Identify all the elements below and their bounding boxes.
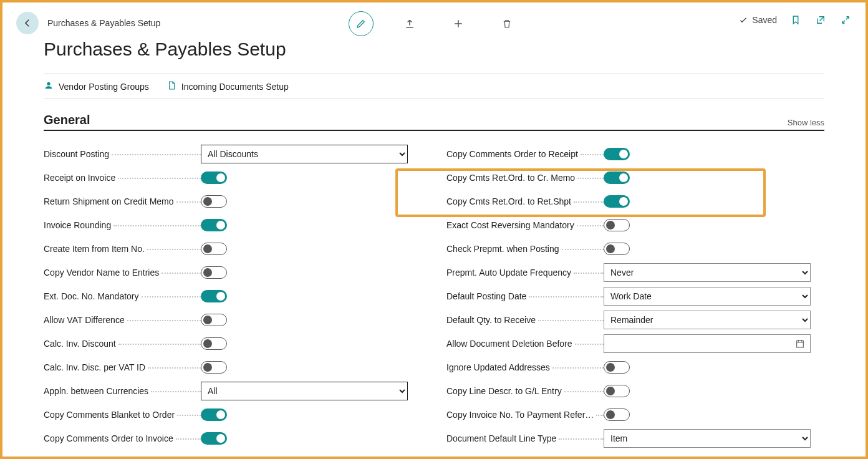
show-less-link[interactable]: Show less	[788, 118, 824, 127]
collapse-icon	[840, 14, 851, 26]
form-row: Copy Cmts Ret.Ord. to Ret.Shpt	[446, 190, 824, 213]
form-row: Calc. Inv. Disc. per VAT ID	[44, 355, 422, 379]
field-label: Prepmt. Auto Update Frequency	[446, 268, 571, 278]
select-field[interactable]: All	[201, 382, 408, 400]
toggle-switch[interactable]	[604, 195, 630, 208]
toggle-switch[interactable]	[201, 432, 227, 445]
form-row: Default Qty. to ReceiveRemainder	[446, 308, 824, 332]
field-label-wrap: Copy Line Descr. to G/L Entry	[446, 386, 604, 396]
delete-button[interactable]	[494, 11, 519, 36]
field-control	[201, 337, 408, 350]
saved-text: Saved	[752, 15, 777, 25]
field-label-wrap: Discount Posting	[44, 149, 201, 159]
edit-button[interactable]	[349, 11, 374, 36]
bookmark-button[interactable]	[789, 14, 802, 26]
select-field[interactable]: Item	[604, 429, 811, 448]
field-label: Ext. Doc. No. Mandatory	[44, 291, 139, 301]
select-field[interactable]: Work Date	[604, 287, 811, 306]
field-label-wrap: Copy Comments Order to Receipt	[446, 149, 604, 159]
label-dots	[147, 244, 201, 253]
field-control	[604, 172, 811, 184]
incoming-documents-setup-link[interactable]: Incoming Documents Setup	[166, 80, 289, 92]
vendor-posting-groups-link[interactable]: Vendor Posting Groups	[44, 80, 149, 92]
share-button[interactable]	[397, 11, 422, 36]
label-dots	[176, 434, 201, 443]
toggle-knob	[606, 410, 615, 419]
toggle-switch[interactable]	[201, 290, 227, 302]
field-control: All	[201, 382, 408, 400]
toggle-switch[interactable]	[201, 172, 227, 184]
form-row: Calc. Inv. Discount	[44, 332, 422, 355]
toggle-knob	[606, 387, 615, 395]
label-dots	[581, 150, 604, 158]
field-control	[604, 408, 811, 421]
section-title: General	[44, 113, 90, 127]
toggle-switch[interactable]	[604, 385, 630, 397]
label-dots	[148, 363, 201, 372]
toggle-knob	[216, 221, 225, 230]
field-control	[604, 334, 811, 353]
label-dots	[113, 221, 201, 230]
form-row: Return Shipment on Credit Memo	[44, 190, 422, 213]
form-row: Invoice Rounding	[44, 213, 422, 237]
form-row: Discount PostingAll Discounts	[44, 142, 422, 166]
field-label-wrap: Copy Comments Blanket to Order	[44, 410, 201, 420]
toggle-switch[interactable]	[604, 172, 630, 184]
toggle-switch[interactable]	[201, 361, 227, 374]
field-label-wrap: Ext. Doc. No. Mandatory	[44, 291, 201, 301]
label-dots	[559, 434, 604, 443]
field-control	[604, 385, 811, 397]
field-control: Remainder	[604, 311, 811, 329]
toggle-switch[interactable]	[201, 266, 227, 279]
form-row: Copy Line Descr. to G/L Entry	[446, 379, 824, 403]
field-label: Exact Cost Reversing Mandatory	[446, 220, 574, 230]
popout-button[interactable]	[814, 14, 827, 26]
field-label-wrap: Calc. Inv. Disc. per VAT ID	[44, 362, 201, 372]
form-row: Allow VAT Difference	[44, 308, 422, 332]
form-row: Copy Vendor Name to Entries	[44, 261, 422, 284]
form-row: Ext. Doc. No. Mandatory	[44, 284, 422, 308]
field-label-wrap: Default Posting Date	[446, 291, 604, 301]
form-row: Default Posting DateWork Date	[446, 284, 824, 308]
field-label: Calc. Inv. Disc. per VAT ID	[44, 362, 145, 372]
field-label: Appln. between Currencies	[44, 386, 148, 396]
field-label: Default Qty. to Receive	[446, 315, 536, 325]
form-row: Exact Cost Reversing Mandatory	[446, 213, 824, 237]
field-control	[201, 361, 408, 374]
toggle-switch[interactable]	[201, 337, 227, 350]
field-label-wrap: Create Item from Item No.	[44, 244, 201, 254]
date-field[interactable]	[604, 334, 811, 353]
toggle-switch[interactable]	[604, 361, 630, 374]
form-row: Copy Invoice No. To Payment Refer…	[446, 403, 824, 427]
label-dots	[162, 268, 201, 277]
pencil-icon	[355, 18, 367, 29]
top-bar: Purchases & Payables Setup Saved	[2, 2, 866, 39]
toggle-switch[interactable]	[604, 219, 630, 231]
toggle-switch[interactable]	[604, 408, 630, 421]
collapse-button[interactable]	[839, 14, 852, 26]
field-control	[604, 219, 811, 231]
toggle-switch[interactable]	[604, 243, 630, 255]
field-label: Allow VAT Difference	[44, 315, 125, 325]
toggle-switch[interactable]	[604, 148, 630, 160]
toggle-switch[interactable]	[201, 243, 227, 255]
toggle-switch[interactable]	[201, 408, 227, 421]
back-button[interactable]	[16, 12, 39, 34]
field-label-wrap: Copy Cmts Ret.Ord. to Ret.Shpt	[446, 196, 604, 206]
share-icon	[403, 17, 416, 30]
form-row: Receipt on Invoice	[44, 166, 422, 190]
toggle-switch[interactable]	[201, 219, 227, 231]
toggle-switch[interactable]	[201, 195, 227, 208]
new-button[interactable]	[446, 11, 471, 36]
right-toolbar: Saved	[738, 14, 852, 26]
toggle-switch[interactable]	[201, 314, 227, 326]
label-dots	[118, 173, 201, 182]
label-dots	[177, 410, 201, 419]
select-field[interactable]: All Discounts	[201, 145, 408, 163]
select-field[interactable]: Never	[604, 263, 811, 282]
right-column: Copy Comments Order to ReceiptCopy Cmts …	[446, 142, 824, 450]
select-field[interactable]: Remainder	[604, 311, 811, 329]
toggle-knob	[216, 410, 225, 419]
toggle-knob	[606, 244, 615, 253]
svg-point-0	[47, 82, 50, 85]
